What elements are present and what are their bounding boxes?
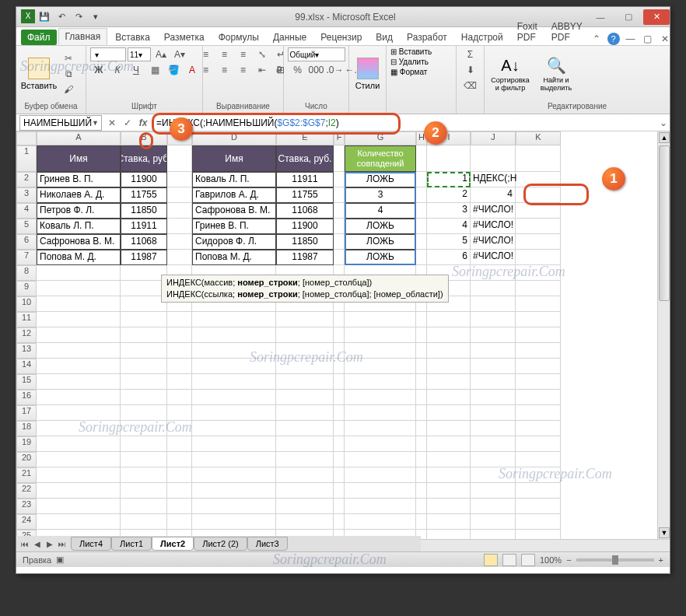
cell[interactable] xyxy=(121,421,167,436)
row-header-21[interactable]: 21 xyxy=(16,467,37,483)
cell[interactable] xyxy=(427,483,471,499)
cell[interactable] xyxy=(167,312,192,327)
tab-first-icon[interactable]: ⏮ xyxy=(19,537,30,550)
cell[interactable] xyxy=(334,390,345,405)
cell[interactable] xyxy=(416,436,427,452)
cell[interactable]: 11987 xyxy=(121,250,167,265)
col-header-D[interactable]: D xyxy=(192,131,276,145)
cell[interactable] xyxy=(416,421,427,436)
cell[interactable] xyxy=(276,405,334,421)
align-bottom-icon[interactable]: ≡ xyxy=(235,47,252,61)
cell[interactable] xyxy=(37,281,121,296)
col-header-J[interactable]: J xyxy=(471,131,516,145)
sort-filter-button[interactable]: A↓ Сортировка и фильтр xyxy=(488,57,532,92)
row-header-6[interactable]: 6 xyxy=(16,234,37,250)
view-pagebreak-button[interactable] xyxy=(521,554,535,566)
tab-review[interactable]: Рецензир xyxy=(314,30,368,45)
cell[interactable] xyxy=(471,390,516,405)
cell[interactable] xyxy=(345,467,416,483)
cell[interactable] xyxy=(471,281,516,296)
cell[interactable] xyxy=(167,436,192,452)
cell[interactable]: ЛОЖЬ xyxy=(345,250,416,265)
cell[interactable] xyxy=(167,172,192,187)
scroll-up-icon[interactable]: ▲ xyxy=(659,132,670,143)
cell[interactable] xyxy=(345,327,416,343)
cell[interactable] xyxy=(345,312,416,327)
cell[interactable] xyxy=(192,390,276,405)
cell[interactable] xyxy=(334,250,345,265)
help-icon[interactable]: ? xyxy=(607,33,620,45)
cell[interactable] xyxy=(334,483,345,499)
cell[interactable]: 11911 xyxy=(121,219,167,234)
cell[interactable]: #ЧИСЛО! xyxy=(471,203,516,219)
cell[interactable] xyxy=(416,234,427,250)
cell[interactable] xyxy=(427,390,471,405)
cell[interactable] xyxy=(471,483,516,499)
cell[interactable]: Попова М. Д. xyxy=(192,250,276,265)
cell[interactable] xyxy=(416,343,427,359)
doc-restore-icon[interactable]: ▢ xyxy=(642,33,654,45)
cell[interactable] xyxy=(37,327,121,343)
col-header-B[interactable]: B xyxy=(121,131,167,145)
row-header-8[interactable]: 8 xyxy=(16,265,37,281)
find-select-button[interactable]: 🔍 Найти и выделить xyxy=(534,56,578,92)
cell[interactable]: 3 xyxy=(427,203,471,219)
cell[interactable] xyxy=(37,436,121,452)
cell[interactable] xyxy=(334,327,345,343)
inc-decimal-icon[interactable]: .0→ xyxy=(327,63,344,77)
cell[interactable] xyxy=(416,219,427,234)
cell[interactable] xyxy=(276,359,334,374)
cell[interactable] xyxy=(471,421,516,436)
tab-addins[interactable]: Надстрой xyxy=(455,30,509,45)
cell[interactable] xyxy=(471,343,516,359)
cell[interactable] xyxy=(516,436,561,452)
row-header-13[interactable]: 13 xyxy=(16,343,37,359)
sheet-tab[interactable]: Лист1 xyxy=(111,537,152,551)
cell[interactable] xyxy=(192,374,276,390)
cell[interactable]: ЛОЖЬ xyxy=(345,172,416,187)
cell[interactable] xyxy=(471,296,516,312)
cell[interactable] xyxy=(471,312,516,327)
italic-icon[interactable]: К xyxy=(109,63,126,77)
cell[interactable] xyxy=(516,234,561,250)
cell[interactable] xyxy=(427,312,471,327)
row-header-7[interactable]: 7 xyxy=(16,250,37,265)
scroll-down-icon[interactable]: ▼ xyxy=(659,527,670,538)
qat-undo-icon[interactable]: ↶ xyxy=(54,9,69,25)
fill-color-icon[interactable]: 🪣 xyxy=(165,63,182,77)
close-button[interactable]: ✕ xyxy=(643,9,670,25)
tab-layout[interactable]: Разметка xyxy=(158,30,211,45)
cell[interactable] xyxy=(345,359,416,374)
row-header-11[interactable]: 11 xyxy=(16,312,37,327)
cell[interactable] xyxy=(334,145,345,172)
cell[interactable]: 3 xyxy=(345,187,416,203)
cell[interactable]: 11900 xyxy=(276,219,334,234)
cell[interactable]: 11900 xyxy=(121,172,167,187)
cell[interactable]: #ЧИСЛО! xyxy=(471,219,516,234)
cell[interactable] xyxy=(192,452,276,467)
col-header-G[interactable]: G xyxy=(345,131,416,145)
cell[interactable]: 1 xyxy=(427,172,471,187)
cell[interactable] xyxy=(334,452,345,467)
cell[interactable] xyxy=(276,499,334,514)
cell[interactable] xyxy=(37,359,121,374)
formula-input[interactable]: =ИНДЕКС(;НАИМЕНЬШИЙ($G$2:$G$7;I2) xyxy=(153,117,657,128)
cell[interactable] xyxy=(276,436,334,452)
cell[interactable] xyxy=(516,312,561,327)
row-header-15[interactable]: 15 xyxy=(16,374,37,390)
cell[interactable] xyxy=(37,514,121,530)
cell[interactable] xyxy=(37,265,121,281)
macro-record-icon[interactable]: ▣ xyxy=(56,555,64,565)
cell[interactable] xyxy=(121,405,167,421)
percent-icon[interactable]: % xyxy=(289,63,306,77)
cell[interactable] xyxy=(334,343,345,359)
font-name-combo[interactable]: ▾ xyxy=(90,47,126,61)
cell[interactable] xyxy=(121,467,167,483)
cell[interactable] xyxy=(427,145,471,172)
cell[interactable] xyxy=(516,296,561,312)
cell[interactable] xyxy=(416,312,427,327)
cell[interactable] xyxy=(427,374,471,390)
cell[interactable] xyxy=(167,359,192,374)
cell[interactable] xyxy=(192,467,276,483)
comma-icon[interactable]: 000 xyxy=(308,63,325,77)
